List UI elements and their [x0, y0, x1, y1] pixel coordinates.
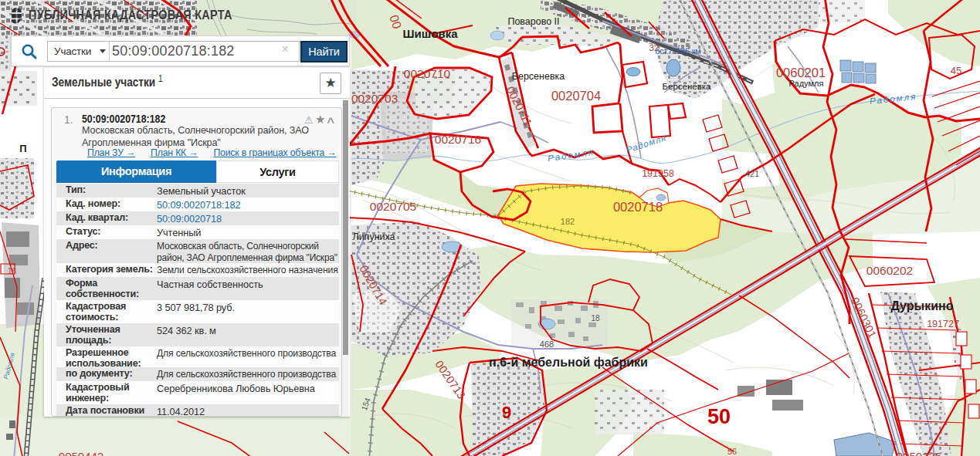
svg-text:Липуниха: Липуниха: [352, 231, 395, 242]
svg-text:191727: 191727: [927, 319, 959, 329]
svg-text:Дурыкино: Дурыкино: [891, 299, 954, 312]
svg-text:18: 18: [591, 314, 600, 323]
svg-text:ост.л.136 км: ост.л.136 км: [656, 46, 701, 56]
svg-text:Шишовка: Шишовка: [402, 27, 458, 40]
svg-text:0020718: 0020718: [613, 200, 663, 214]
svg-text:45: 45: [951, 65, 961, 76]
svg-text:Берсеневка: Берсеневка: [662, 82, 711, 91]
svg-text:9: 9: [502, 403, 511, 422]
svg-text:182: 182: [561, 217, 575, 226]
svg-text:0020710: 0020710: [404, 67, 451, 80]
svg-text:п.6-й мебельной фабрики: п.6-й мебельной фабрики: [489, 356, 648, 369]
svg-text:0050442: 0050442: [59, 450, 103, 456]
svg-text:П: П: [19, 143, 26, 154]
svg-text:Радумля: Радумля: [789, 79, 824, 88]
svg-text:0050336: 0050336: [897, 450, 941, 456]
svg-text:18: 18: [8, 267, 17, 275]
svg-text:50: 50: [707, 405, 731, 428]
svg-text:0060201: 0060201: [776, 66, 826, 79]
svg-text:Поварово II: Поварово II: [507, 16, 559, 27]
svg-text:468: 468: [540, 339, 554, 349]
svg-text:56: 56: [727, 447, 737, 456]
svg-text:421: 421: [745, 169, 759, 178]
svg-text:Берсеневка: Берсеневка: [512, 71, 565, 82]
svg-text:0060202: 0060202: [866, 264, 913, 277]
svg-text:0020703: 0020703: [351, 92, 398, 105]
svg-text:0020716: 0020716: [435, 133, 481, 146]
svg-text:0020704: 0020704: [551, 89, 601, 103]
svg-text:0020705: 0020705: [370, 200, 416, 213]
svg-text:191958: 191958: [642, 168, 674, 179]
